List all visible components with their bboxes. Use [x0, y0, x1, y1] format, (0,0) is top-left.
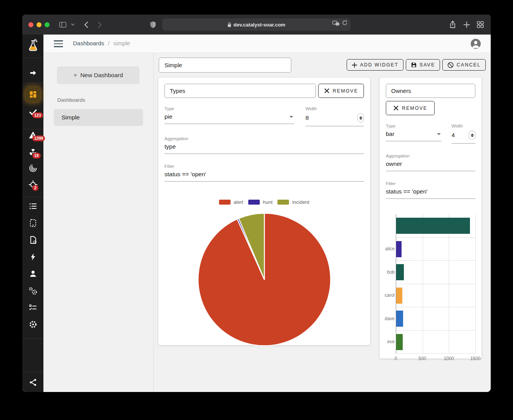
user-avatar[interactable] [471, 39, 481, 49]
widget-width-input[interactable]: Width 4 [452, 124, 475, 144]
pie-legend: alerthuntincident [164, 199, 364, 205]
cancel-button[interactable]: CANCEL [442, 59, 486, 71]
chevron-down-icon[interactable] [70, 20, 75, 29]
app-icon-rail: 123 1399 19 [22, 35, 43, 392]
forward-button[interactable] [95, 20, 104, 29]
new-dashboard-label: New Dashboard [80, 72, 123, 79]
person-icon [28, 269, 38, 278]
widget-card-types: REMOVE Type pie Width 8 [158, 78, 370, 345]
widget-name-input[interactable] [164, 84, 316, 98]
rail-divider [22, 338, 43, 339]
bar-category-label [385, 214, 395, 237]
new-dashboard-button[interactable]: + New Dashboard [57, 66, 139, 84]
screen: dev.catalyst-soar.com [0, 0, 513, 420]
dashboard-editor: ADD WIDGET SAVE CANCEL [154, 53, 491, 392]
bar [396, 218, 470, 234]
rail-item-lists[interactable] [22, 198, 43, 215]
legend-item: alert [219, 199, 243, 205]
x-tick-label: 0 [395, 356, 397, 361]
widget-aggregation-input[interactable]: Aggregation type [164, 136, 364, 154]
rail-item-flows[interactable] [22, 64, 43, 81]
rail-divider [22, 372, 43, 372]
rail-item-automations[interactable] [22, 248, 43, 265]
rail-item-share[interactable] [22, 374, 43, 391]
plus-icon [352, 62, 357, 68]
x-icon [393, 105, 399, 111]
plus-icon: + [73, 71, 77, 79]
save-icon [411, 62, 417, 68]
x-icon [324, 88, 330, 94]
bar-category-label: bob [385, 261, 395, 284]
rail-divider [22, 58, 43, 58]
share-icon[interactable] [448, 20, 457, 29]
address-bar[interactable]: dev.catalyst-soar.com [162, 18, 350, 31]
breadcrumb-dashboards[interactable]: Dashboards [73, 40, 104, 46]
legend-swatch [219, 200, 231, 205]
bar-category-label: eve [385, 331, 395, 354]
gears-icon [28, 286, 38, 296]
remove-widget-button[interactable]: REMOVE [386, 101, 435, 115]
x-tick-label: 1500 [470, 356, 481, 361]
rail-item-hunts[interactable]: 2 [22, 176, 43, 193]
add-widget-button[interactable]: ADD WIDGET [347, 59, 403, 71]
fingerprint-icon [28, 164, 38, 173]
back-button[interactable] [81, 20, 91, 29]
rail-item-incidents[interactable]: 19 [22, 144, 43, 161]
legend-item: hunt [248, 199, 272, 205]
incidents-badge: 19 [32, 153, 41, 159]
rail-item-forensics[interactable] [22, 160, 43, 177]
dashboards-section-label: Dashboards [57, 97, 143, 103]
number-stepper[interactable] [469, 131, 475, 140]
rail-item-dashboards-active[interactable] [22, 85, 43, 104]
breadcrumb-current: simple [113, 40, 130, 46]
bar [396, 334, 403, 350]
widget-aggregation-input[interactable]: Aggregation owner [386, 154, 475, 171]
rail-item-files[interactable] [22, 231, 43, 248]
rail-item-users[interactable] [22, 265, 43, 282]
dashboard-list-item-simple[interactable]: Simple [54, 109, 143, 126]
dashed-file-icon [28, 218, 38, 228]
tasks-badge: 123 [32, 112, 43, 118]
number-stepper[interactable] [357, 113, 364, 122]
rail-divider [22, 83, 43, 83]
sidebar-toggle-icon[interactable] [58, 20, 67, 29]
rail-item-jobs[interactable] [22, 299, 43, 316]
close-window-button[interactable] [28, 22, 33, 27]
translate-icon[interactable] [332, 20, 340, 27]
menu-toggle-button[interactable] [54, 40, 63, 47]
hunts-badge: 2 [32, 185, 38, 191]
widget-type-select[interactable]: Type pie [164, 106, 294, 126]
app-root: 123 1399 19 [22, 35, 491, 392]
widget-width-input[interactable]: Width 8 [305, 106, 364, 126]
bar-row: eve [396, 331, 475, 354]
pie-svg [194, 210, 334, 349]
reload-icon[interactable] [342, 20, 347, 27]
arrow-right-icon [29, 69, 37, 77]
widget-type-select[interactable]: Type bar [386, 124, 442, 144]
dashboard-name-input[interactable] [159, 58, 291, 73]
rail-item-alerts[interactable]: 1399 [22, 127, 43, 144]
bar-row: alice [396, 238, 475, 261]
rail-item-tasks[interactable]: 123 [22, 104, 43, 121]
bar-row [396, 214, 475, 238]
alerts-badge: 1399 [32, 136, 45, 141]
new-tab-icon[interactable] [462, 20, 471, 29]
tab-overview-icon[interactable] [476, 20, 485, 29]
x-tick-label: 500 [418, 356, 426, 361]
rail-item-templates[interactable] [22, 215, 43, 231]
save-button[interactable]: SAVE [406, 59, 440, 71]
shield-extension-icon[interactable] [148, 20, 158, 29]
dropdown-caret-icon [437, 133, 441, 135]
rail-divider [22, 197, 43, 197]
rail-item-settings[interactable] [22, 316, 43, 333]
rail-item-integrations[interactable] [22, 283, 43, 299]
catalyst-logo[interactable] [22, 37, 43, 55]
legend-label: hunt [263, 199, 272, 205]
widget-filter-input[interactable]: Filter status == 'open' [386, 181, 475, 199]
zoom-window-button[interactable] [45, 22, 50, 27]
minimize-window-button[interactable] [37, 22, 42, 27]
widget-filter-input[interactable]: Filter status == 'open' [164, 164, 364, 182]
widget-name-input[interactable] [386, 84, 475, 98]
legend-swatch [277, 200, 289, 205]
remove-widget-button[interactable]: REMOVE [318, 84, 364, 98]
